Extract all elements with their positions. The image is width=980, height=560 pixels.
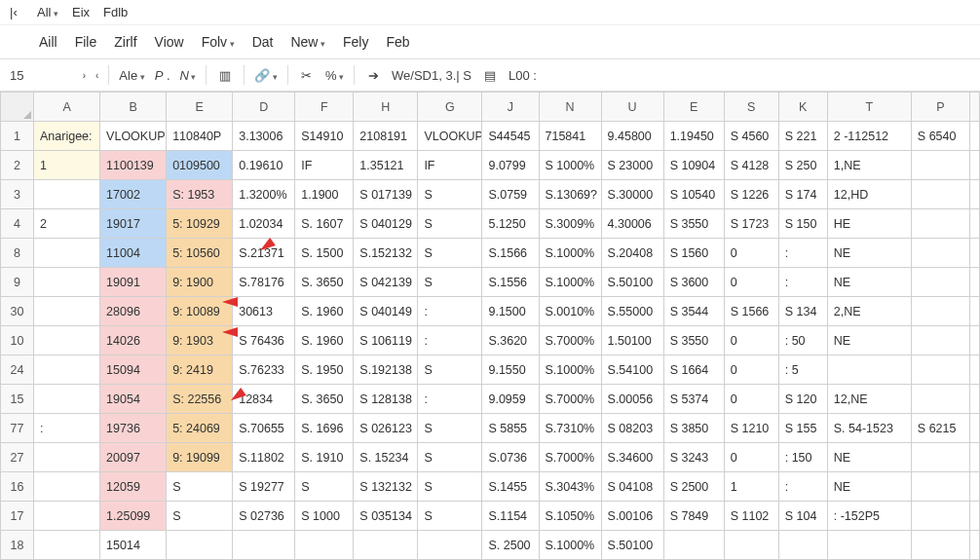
select-all-corner[interactable] [1,93,34,122]
cell[interactable] [34,443,100,472]
row-header[interactable]: 30 [1,297,34,326]
cell[interactable] [969,531,979,560]
cell[interactable]: S.21371 [233,239,295,268]
cell[interactable]: 1.25099 [100,502,167,531]
cell[interactable]: S 76436 [233,326,295,355]
menu-fely[interactable]: Fely [343,34,368,50]
cell[interactable] [969,268,979,297]
cell[interactable] [354,531,418,560]
col-header[interactable]: P [911,93,969,122]
menu-zirlf[interactable]: Zirlf [114,34,136,50]
cell[interactable] [969,443,979,472]
cell[interactable]: S 155 [778,414,827,443]
topbar-fdlb[interactable]: Fdlb [103,5,128,19]
row-header[interactable]: 16 [1,472,34,502]
cell[interactable]: S. 1910 [295,443,354,472]
cell[interactable]: S 3550 [663,326,724,355]
cell[interactable]: S 1560 [663,239,724,268]
cell[interactable]: S.11802 [233,443,295,472]
cell[interactable] [969,122,979,151]
cell[interactable]: NE [827,239,911,268]
cell[interactable] [911,239,969,268]
cell[interactable]: S.70655 [233,414,295,443]
cell[interactable]: S 6540 [911,122,969,151]
row-header[interactable]: 10 [1,326,34,355]
cell[interactable]: 28096 [100,297,167,326]
cell[interactable] [969,326,979,355]
col-header[interactable]: S [724,93,778,122]
cell[interactable]: S 1210 [724,414,778,443]
cell[interactable]: S.20408 [601,239,663,268]
app-menu-icon[interactable]: |‹ [10,5,23,19]
cell[interactable] [911,326,969,355]
format-n[interactable]: N [180,68,197,83]
row-header[interactable]: 1 [1,122,34,151]
row-header[interactable]: 15 [1,385,34,414]
border-icon[interactable]: ▥ [216,68,234,83]
cell[interactable]: 1 [724,472,778,502]
col-header[interactable]: H [354,93,418,122]
cell[interactable]: 1.50100 [601,326,663,355]
cell[interactable] [34,472,100,502]
cell[interactable]: S 08203 [601,414,663,443]
cell[interactable] [911,180,969,209]
cell[interactable]: S 2500 [663,472,724,502]
cell[interactable]: 14026 [100,326,167,355]
cell[interactable]: S. 1607 [295,209,354,239]
col-header[interactable]: N [539,93,601,122]
cell[interactable]: S 120 [778,385,827,414]
cell[interactable]: S 1102 [724,502,778,531]
cell[interactable]: S. 54-1523 [827,414,911,443]
cell[interactable]: S 1226 [724,180,778,209]
cell[interactable]: 4.30006 [601,209,663,239]
cell[interactable] [418,531,482,560]
row-header[interactable]: 8 [1,239,34,268]
cell[interactable] [969,151,979,180]
cell[interactable]: 19736 [100,414,167,443]
cell[interactable] [911,502,969,531]
cell[interactable] [827,531,911,560]
cell[interactable]: S.1000% [539,531,601,560]
cell[interactable]: 0 [724,268,778,297]
cell[interactable]: 715841 [539,122,601,151]
cell[interactable]: S [418,414,482,443]
cell[interactable] [911,472,969,502]
row-header[interactable]: 17 [1,502,34,531]
cell[interactable]: VLOOKUP [100,122,167,151]
cell[interactable]: S.76233 [233,355,295,385]
cell[interactable] [911,297,969,326]
cell[interactable]: S.7310% [539,414,601,443]
cell[interactable] [969,502,979,531]
percent-format[interactable]: % [325,68,344,83]
menu-dat[interactable]: Dat [252,34,274,50]
cell[interactable]: S.0736 [482,443,539,472]
cell[interactable]: S44545 [482,122,539,151]
cell[interactable]: S 150 [778,209,827,239]
col-header[interactable]: B [100,93,167,122]
col-header[interactable]: J [482,93,539,122]
cell[interactable]: S: 1953 [167,180,233,209]
cell[interactable]: 9: 19099 [167,443,233,472]
menu-folv[interactable]: Folv [202,34,235,50]
cell[interactable] [969,414,979,443]
cell[interactable] [969,180,979,209]
cell[interactable]: S 10540 [663,180,724,209]
cell[interactable]: S 040149 [354,297,418,326]
cell[interactable]: S.1000% [539,239,601,268]
cell[interactable]: : [418,297,482,326]
cell[interactable] [34,268,100,297]
cell[interactable]: : [778,239,827,268]
cell[interactable]: S [418,268,482,297]
cell[interactable]: S 106119 [354,326,418,355]
spreadsheet-grid[interactable]: ABEDFHGJNUESKTP 1Anarigee:VLOOKUP110840P… [0,92,980,560]
col-header[interactable]: F [295,93,354,122]
cell[interactable]: : 5 [778,355,827,385]
cell[interactable]: 12,NE [827,385,911,414]
cell[interactable]: S [418,443,482,472]
cell[interactable]: 12,HD [827,180,911,209]
col-header[interactable]: E [167,93,233,122]
cell[interactable] [34,326,100,355]
cell[interactable]: S.54100 [601,355,663,385]
row-header[interactable]: 18 [1,531,34,560]
cell[interactable]: 1.1900 [295,180,354,209]
